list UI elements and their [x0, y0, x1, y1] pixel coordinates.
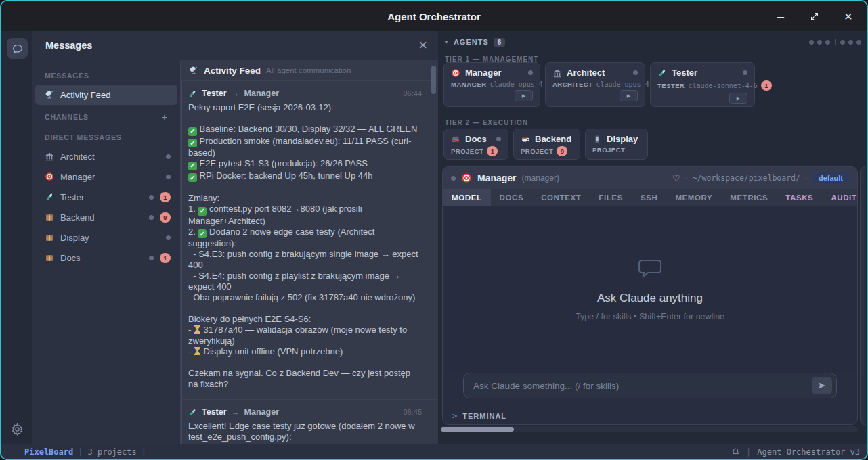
close-button[interactable]: × — [840, 7, 857, 25]
feed-scrollbar-thumb[interactable] — [431, 66, 436, 94]
sidebar-item-label: Activity Feed — [60, 90, 110, 100]
messages-rail-button[interactable] — [7, 38, 28, 59]
dm-item-docs[interactable]: Docs 1 — [32, 248, 180, 268]
package-icon — [45, 253, 54, 262]
agent-card-architect[interactable]: Architect ARCHITECT claude-opus-4-6 ▶ — [545, 62, 645, 107]
horizontal-scrollbar-thumb[interactable] — [441, 427, 514, 432]
dm-item-manager[interactable]: Manager — [32, 166, 180, 187]
send-button[interactable] — [812, 377, 832, 394]
message-timestamp: 06:45 — [403, 408, 422, 416]
agents-count-badge: 6 — [494, 38, 506, 47]
status-dot — [743, 70, 747, 75]
window-controls: – × — [772, 1, 861, 31]
books-icon — [451, 135, 460, 144]
agent-name: Backend — [535, 134, 571, 144]
tab-docs[interactable]: DOCS — [491, 189, 533, 206]
add-channel-button[interactable]: + — [161, 111, 168, 122]
dm-item-label: Backend — [60, 212, 95, 223]
package-icon — [45, 233, 54, 242]
empty-state-hint: Type / for skills • Shift+Enter for newl… — [576, 312, 724, 321]
heart-icon[interactable]: ♡ — [672, 173, 680, 183]
chevron-right-icon: > — [452, 411, 457, 421]
tab-metrics[interactable]: METRICS — [721, 189, 777, 206]
agent-play-button[interactable]: ▶ — [515, 90, 533, 101]
statusbar-projects: 3 projects — [87, 447, 136, 457]
agent-badge: 1 — [761, 80, 772, 91]
tab-tasks[interactable]: TASKS — [777, 189, 822, 206]
architect-building-icon — [552, 68, 562, 78]
agent-play-button[interactable]: ▶ — [729, 93, 747, 104]
agent-card-display[interactable]: Display PROJECT — [585, 129, 648, 160]
presence-dot — [149, 256, 154, 260]
message-sender: Tester — [202, 407, 227, 417]
next-panel-sliver[interactable] — [860, 166, 865, 425]
agent-card-tester[interactable]: Tester TESTER claude-sonnet-4-6 1 ▶ — [650, 62, 755, 107]
message-body: Excellent! Edge case testy już gotowe (d… — [188, 421, 422, 444]
agent-card-manager[interactable]: Manager MANAGER claude-opus-4-6 ▶ — [443, 62, 540, 107]
settings-gear-icon[interactable] — [11, 423, 24, 436]
arrow-icon: → — [232, 89, 240, 98]
message-recipient: Manager — [244, 89, 279, 98]
env-badge[interactable]: default — [812, 172, 849, 183]
sidebar-item-activity-feed[interactable]: Activity Feed — [35, 85, 177, 105]
feed-message-list: Tester → Manager 06:44 Pełny raport E2E … — [181, 81, 438, 444]
channels-section-label: CHANNELS + — [32, 105, 180, 127]
agent-card-backend[interactable]: Backend PROJECT 9 — [513, 129, 580, 160]
agent-role: PROJECT — [592, 146, 625, 154]
send-icon — [817, 382, 827, 390]
minimize-button[interactable]: – — [772, 7, 789, 25]
tab-context[interactable]: CONTEXT — [532, 189, 590, 206]
ask-input-container — [463, 373, 837, 398]
agent-detail-panel: Manager (manager) ♡ · ~/workspace/pixelb… — [442, 166, 858, 425]
agent-name: Docs — [465, 134, 487, 144]
agent-model: claude-sonnet-4-6 — [688, 82, 757, 89]
panel-dots-menu[interactable] — [809, 39, 861, 45]
message-timestamp: 06:44 — [403, 89, 422, 97]
dm-section-label: DIRECT MESSAGES — [32, 127, 180, 146]
tab-memory[interactable]: MEMORY — [666, 189, 721, 206]
hourglass-icon — [194, 347, 200, 355]
tab-files[interactable]: FILES — [590, 189, 632, 206]
ask-claude-input[interactable] — [473, 381, 812, 391]
dm-item-architect[interactable]: Architect — [32, 146, 180, 166]
agent-name: Architect — [567, 68, 605, 78]
horizontal-scrollbar — [441, 426, 858, 432]
target-icon — [45, 172, 54, 181]
bell-icon[interactable] — [731, 447, 740, 457]
messages-close-button[interactable]: × — [418, 38, 427, 53]
tab-model[interactable]: MODEL — [443, 189, 491, 206]
unread-badge: 1 — [160, 253, 171, 263]
feed-title: Activity Feed — [204, 66, 261, 76]
agent-model: claude-opus-4-6 — [596, 80, 657, 88]
maximize-button[interactable] — [806, 7, 823, 25]
agent-role: MANAGER — [451, 80, 487, 88]
statusbar-divider: | — [746, 447, 751, 457]
statusbar-divider: | — [142, 447, 146, 457]
terminal-toggle[interactable]: > TERMINAL — [443, 407, 857, 424]
unread-badge: 1 — [160, 192, 171, 202]
satellite-dish-icon — [45, 90, 54, 99]
target-icon — [451, 68, 460, 78]
title-bar: Agent Orchestrator – × — [1, 1, 867, 31]
statusbar-divider: | — [78, 447, 83, 457]
tab-ssh[interactable]: SSH — [632, 189, 666, 206]
status-dot — [633, 70, 638, 75]
agent-card-docs[interactable]: Docs PROJECT 1 — [443, 129, 508, 160]
tab-audit[interactable]: AUDIT — [822, 189, 858, 206]
agent-badge: 1 — [487, 146, 498, 156]
check-icon: ✓ — [198, 229, 207, 238]
coffee-icon — [521, 135, 530, 144]
dm-item-tester[interactable]: Tester 1 — [32, 187, 180, 207]
message-sender: Tester — [202, 89, 227, 98]
detail-agent-name: Manager — [477, 172, 517, 183]
agent-play-button[interactable]: ▶ — [620, 90, 638, 101]
detail-tabs: MODEL DOCS CONTEXT FILES SSH MEMORY METR… — [443, 189, 857, 206]
collapse-caret-icon[interactable]: ▼ — [443, 39, 449, 45]
statusbar-app-name: PixelBoard — [24, 447, 73, 457]
dm-item-backend[interactable]: Backend 9 — [32, 207, 180, 227]
status-dot — [528, 70, 533, 75]
dm-item-display[interactable]: Display — [32, 227, 180, 248]
agent-role: ARCHITECT — [552, 80, 592, 88]
dm-item-label: Docs — [60, 253, 81, 263]
agent-badge: 9 — [557, 146, 567, 156]
